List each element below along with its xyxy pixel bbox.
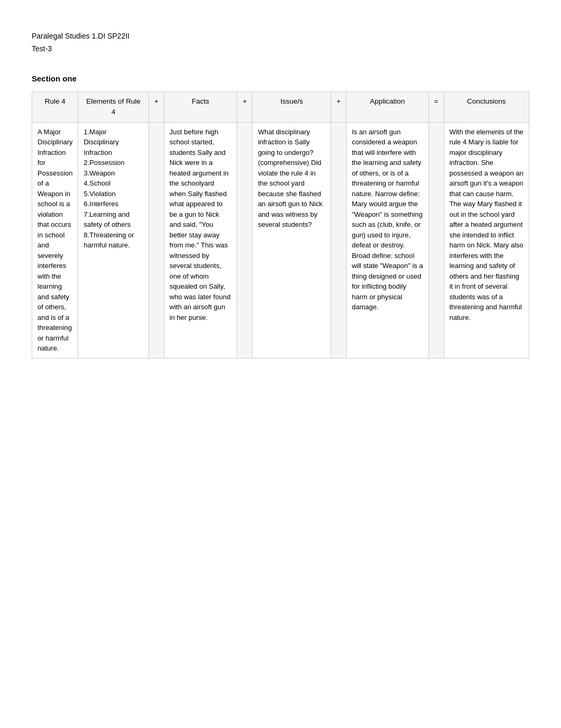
cell-conclusions: With the elements of the rule 4 Mary is …: [444, 122, 529, 358]
cell-issue: What disciplinary infraction is Sally go…: [253, 122, 331, 358]
cell-op4: [428, 122, 444, 358]
col-op3: +: [331, 92, 347, 123]
col-header-application: Application: [346, 92, 428, 123]
header-subtitle: Test-3: [32, 44, 529, 53]
col-header-conclusions: Conclusions: [444, 92, 529, 123]
cell-application: Is an airsoft gun considered a weapon th…: [346, 122, 428, 358]
cell-op1: [148, 122, 164, 358]
cell-elements: 1.Major Disciplinary Infraction 2.Posses…: [78, 122, 148, 358]
cell-rule: A Major Disciplinary Infraction for Poss…: [32, 122, 78, 358]
cell-op2: [237, 122, 253, 358]
section-heading: Section one: [32, 74, 529, 83]
cell-facts: Just before high school started, student…: [164, 122, 237, 358]
col-header-rule: Rule 4: [32, 92, 78, 123]
col-header-facts: Facts: [164, 92, 237, 123]
col-op1: +: [148, 92, 164, 123]
cell-op3: [331, 122, 347, 358]
col-op4: =: [428, 92, 444, 123]
table-row: A Major Disciplinary Infraction for Poss…: [32, 122, 529, 358]
col-op2: +: [237, 92, 253, 123]
col-header-issue: Issue/s: [253, 92, 331, 123]
col-header-elements: Elements of Rule 4: [78, 92, 148, 123]
main-table: Rule 4 Elements of Rule 4 + Facts + Issu…: [32, 91, 529, 358]
header-title: Paralegal Studies 1.DI SP22II: [32, 32, 529, 40]
